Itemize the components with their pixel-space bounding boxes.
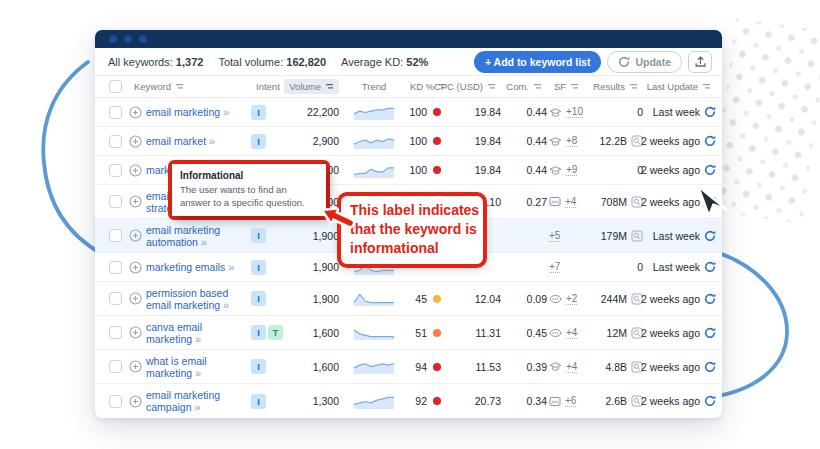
row-checkbox[interactable] bbox=[109, 292, 122, 305]
add-keyword-icon[interactable] bbox=[129, 135, 142, 148]
cell-serp-features: +7 bbox=[549, 261, 591, 273]
tooltip-body: The user wants to find an answer to a sp… bbox=[180, 184, 318, 209]
row-checkbox[interactable] bbox=[109, 106, 122, 119]
kd-dot bbox=[433, 363, 441, 371]
keyword-link[interactable]: canva email marketing bbox=[146, 321, 202, 345]
keyword-expand-icon[interactable]: » bbox=[228, 261, 234, 273]
intent-badge-informational[interactable]: I bbox=[251, 291, 266, 306]
row-checkbox[interactable] bbox=[109, 360, 122, 373]
cell-results: 0 bbox=[591, 261, 643, 273]
row-refresh-icon[interactable] bbox=[704, 261, 716, 273]
add-keyword-icon[interactable] bbox=[129, 195, 142, 208]
column-header-sf[interactable]: SF bbox=[549, 79, 591, 94]
keyword-expand-icon[interactable]: » bbox=[195, 333, 201, 345]
serp-preview-icon[interactable] bbox=[631, 230, 643, 242]
add-to-keyword-list-button[interactable]: + Add to keyword list bbox=[474, 51, 602, 73]
serp-features-count[interactable]: +6 bbox=[565, 395, 576, 407]
add-keyword-icon[interactable] bbox=[129, 360, 142, 373]
cell-volume: 22,200 bbox=[289, 106, 347, 118]
table-header: KeywordIntentVolumeTrendKD %CPC (USD)Com… bbox=[95, 76, 722, 98]
row-checkbox[interactable] bbox=[109, 229, 122, 242]
intent-badge-transactional[interactable]: T bbox=[268, 325, 283, 340]
window-titlebar bbox=[95, 30, 722, 48]
cell-serp-features: +8 bbox=[549, 135, 591, 147]
row-refresh-icon[interactable] bbox=[704, 230, 716, 242]
column-header-last-update[interactable]: Last Update bbox=[643, 79, 716, 94]
sf-snippet-icon bbox=[549, 136, 562, 147]
select-all-checkbox[interactable] bbox=[109, 80, 122, 93]
keyword-expand-icon[interactable]: » bbox=[195, 367, 201, 379]
cell-serp-features: +6 bbox=[549, 395, 591, 407]
row-refresh-icon[interactable] bbox=[704, 135, 716, 147]
keyword-link[interactable]: email marketing automation bbox=[146, 224, 220, 248]
update-button[interactable]: Update bbox=[607, 51, 682, 73]
serp-features-count[interactable]: +8 bbox=[566, 135, 577, 147]
row-checkbox[interactable] bbox=[109, 261, 122, 274]
row-refresh-icon[interactable] bbox=[704, 293, 716, 305]
stat-item: All keywords: 1,372 bbox=[108, 56, 203, 68]
serp-features-count[interactable]: +4 bbox=[566, 327, 577, 339]
keyword-link[interactable]: marketing emails bbox=[146, 261, 225, 273]
table-row: permission based email marketing »I1,900… bbox=[95, 282, 722, 316]
table-row: email marketing »I22,20010019.840.44+100… bbox=[95, 98, 722, 127]
cell-cpc: 19.84 bbox=[451, 106, 511, 118]
cell-kd: 94 bbox=[401, 361, 451, 373]
intent-badge-informational[interactable]: I bbox=[251, 228, 266, 243]
serp-features-count[interactable]: +5 bbox=[549, 230, 560, 242]
sf-image-icon bbox=[549, 396, 561, 407]
trend-sparkline bbox=[347, 394, 401, 409]
add-keyword-icon[interactable] bbox=[129, 326, 142, 339]
intent-badge-informational[interactable]: I bbox=[251, 134, 266, 149]
row-refresh-icon[interactable] bbox=[704, 106, 716, 118]
add-keyword-icon[interactable] bbox=[129, 106, 142, 119]
sort-icon bbox=[325, 83, 334, 90]
keyword-link[interactable]: permission based email marketing bbox=[146, 287, 228, 311]
add-keyword-icon[interactable] bbox=[129, 292, 142, 305]
row-refresh-icon[interactable] bbox=[704, 327, 716, 339]
keyword-expand-icon[interactable]: » bbox=[223, 106, 229, 118]
export-button[interactable] bbox=[688, 51, 712, 73]
row-checkbox[interactable] bbox=[109, 326, 122, 339]
serp-features-count[interactable]: +4 bbox=[566, 361, 577, 373]
keyword-link[interactable]: email marketing bbox=[146, 106, 220, 118]
keyword-expand-icon[interactable]: » bbox=[201, 236, 207, 248]
keyword-link[interactable]: email market bbox=[146, 135, 206, 147]
keyword-expand-icon[interactable]: » bbox=[223, 299, 229, 311]
serp-features-count[interactable]: +2 bbox=[566, 293, 577, 305]
annotation-highlight-box: Informational The user wants to find an … bbox=[168, 160, 330, 220]
column-header-results[interactable]: Results bbox=[591, 79, 643, 94]
add-keyword-icon[interactable] bbox=[129, 164, 142, 177]
serp-features-count[interactable]: +10 bbox=[566, 106, 583, 118]
row-refresh-icon[interactable] bbox=[704, 164, 716, 176]
keyword-expand-icon[interactable]: » bbox=[194, 401, 200, 413]
add-keyword-icon[interactable] bbox=[129, 395, 142, 408]
sort-icon bbox=[175, 83, 184, 90]
row-checkbox[interactable] bbox=[109, 195, 122, 208]
row-refresh-icon[interactable] bbox=[704, 395, 716, 407]
cell-results: 12.2B bbox=[591, 135, 643, 147]
add-keyword-icon[interactable] bbox=[129, 261, 142, 274]
cell-serp-features: +5 bbox=[549, 230, 591, 242]
serp-features-count[interactable]: +7 bbox=[549, 261, 560, 273]
intent-badge-informational[interactable]: I bbox=[251, 260, 266, 275]
row-refresh-icon[interactable] bbox=[704, 361, 716, 373]
column-header-com[interactable]: Com. bbox=[511, 79, 549, 94]
stat-item: Average KD: 52% bbox=[341, 56, 428, 68]
serp-features-count[interactable]: +4 bbox=[565, 196, 576, 208]
dot-pattern bbox=[709, 18, 820, 223]
keyword-link[interactable]: email marketing campaign bbox=[146, 389, 220, 413]
row-checkbox[interactable] bbox=[109, 164, 122, 177]
intent-badge-informational[interactable]: I bbox=[251, 359, 266, 374]
serp-features-count[interactable]: +9 bbox=[566, 164, 577, 176]
add-keyword-icon[interactable] bbox=[129, 229, 142, 242]
row-checkbox[interactable] bbox=[109, 395, 122, 408]
intent-badge-informational[interactable]: I bbox=[251, 394, 266, 409]
row-checkbox[interactable] bbox=[109, 135, 122, 148]
annotation-text-line: that the keyword is bbox=[350, 220, 474, 239]
keyword-expand-icon[interactable]: » bbox=[209, 135, 215, 147]
column-header-keyword[interactable]: Keyword bbox=[129, 79, 249, 94]
intent-badge-informational[interactable]: I bbox=[251, 325, 266, 340]
intent-badge-informational[interactable]: I bbox=[251, 105, 266, 120]
row-refresh-icon[interactable] bbox=[704, 196, 716, 208]
column-header-volume[interactable]: Volume bbox=[289, 79, 347, 94]
